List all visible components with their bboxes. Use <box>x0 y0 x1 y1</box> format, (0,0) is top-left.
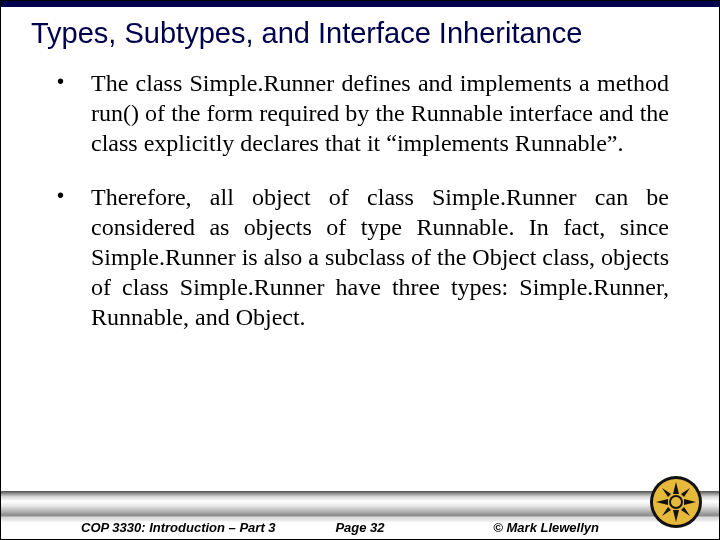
slide-title: Types, Subtypes, and Interface Inheritan… <box>1 7 719 68</box>
bullet-icon: • <box>51 68 91 93</box>
slide-footer: COP 3330: Introduction – Part 3 Page 32 … <box>1 473 719 539</box>
footer-copyright: © Mark Llewellyn <box>493 520 599 535</box>
footer-bar <box>1 491 719 519</box>
svg-point-3 <box>671 497 681 507</box>
bullet-icon: • <box>51 182 91 207</box>
bullet-text: Therefore, all object of class Simple.Ru… <box>91 182 669 332</box>
footer-page: Page 32 <box>335 520 384 535</box>
slide-body: • The class Simple.Runner defines and im… <box>1 68 719 473</box>
slide: Types, Subtypes, and Interface Inheritan… <box>0 0 720 540</box>
bullet-list: • The class Simple.Runner defines and im… <box>51 68 669 332</box>
footer-text-row: COP 3330: Introduction – Part 3 Page 32 … <box>1 520 719 535</box>
footer-course: COP 3330: Introduction – Part 3 <box>81 520 276 535</box>
bullet-text: The class Simple.Runner defines and impl… <box>91 68 669 158</box>
list-item: • The class Simple.Runner defines and im… <box>51 68 669 158</box>
ucf-logo-icon <box>649 475 703 529</box>
list-item: • Therefore, all object of class Simple.… <box>51 182 669 332</box>
